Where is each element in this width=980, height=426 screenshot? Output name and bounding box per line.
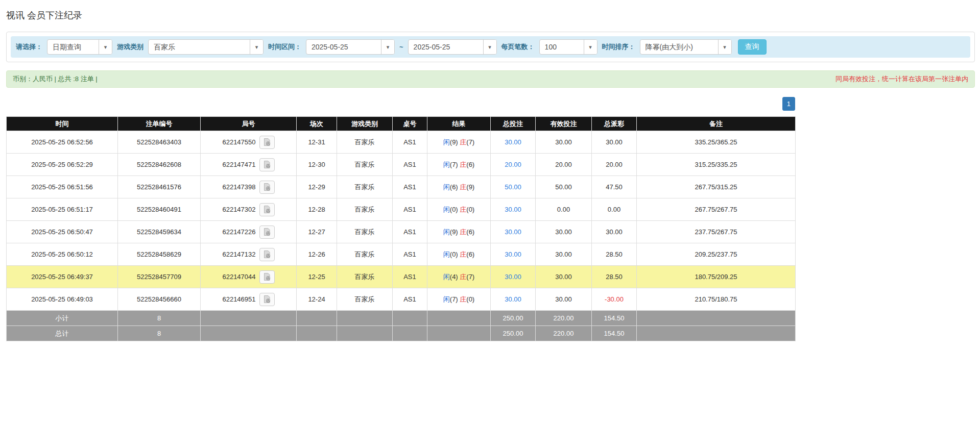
round-cell: 622147302 bbox=[201, 198, 297, 221]
round-cell: 622147550 bbox=[201, 131, 297, 154]
banker-result-label: 庄 bbox=[460, 273, 466, 281]
video-replay-button[interactable] bbox=[259, 225, 275, 239]
total-bet-link[interactable]: 30.00 bbox=[505, 295, 521, 303]
page-1-button[interactable]: 1 bbox=[782, 97, 795, 111]
query-type-select[interactable]: 日期查询 ▾ bbox=[47, 39, 112, 55]
result-cell: 闲(7) 庄(6) bbox=[427, 154, 491, 176]
player-result-score: (0) bbox=[450, 250, 458, 258]
time-cell: 2025-05-25 06:49:37 bbox=[7, 266, 118, 288]
summary-count-cell: 8 bbox=[118, 311, 201, 326]
game-type-select[interactable]: 百家乐 ▾ bbox=[148, 39, 264, 55]
summary-valid-bet-cell: 220.00 bbox=[536, 311, 592, 326]
remark-cell: 267.75/267.75 bbox=[637, 198, 796, 221]
game-type-cell: 百家乐 bbox=[337, 288, 393, 311]
total-row: 总计8250.00220.00154.50 bbox=[7, 326, 796, 341]
round-cell-inner: 622147132 bbox=[222, 248, 274, 261]
payout-cell: 30.00 bbox=[592, 131, 637, 154]
result-cell: 闲(4) 庄(7) bbox=[427, 266, 491, 288]
video-replay-button[interactable] bbox=[259, 158, 275, 171]
date-to-select[interactable]: 2025-05-25 ▾ bbox=[408, 39, 497, 55]
query-type-value: 日期查询 bbox=[47, 40, 99, 54]
total-bet-link[interactable]: 30.00 bbox=[505, 273, 521, 281]
player-result-label: 闲 bbox=[443, 138, 450, 146]
video-replay-button[interactable] bbox=[259, 248, 275, 261]
table-no-cell: AS1 bbox=[393, 176, 427, 198]
video-replay-button[interactable] bbox=[259, 181, 275, 194]
valid-bet-cell: 30.00 bbox=[536, 131, 592, 154]
result-cell: 闲(0) 庄(0) bbox=[427, 198, 491, 221]
game-type-cell: 百家乐 bbox=[337, 131, 393, 154]
total-bet-link[interactable]: 30.00 bbox=[505, 206, 521, 213]
table-no-cell: AS1 bbox=[393, 243, 427, 266]
result-cell: 闲(7) 庄(0) bbox=[427, 288, 491, 311]
banker-result-label: 庄 bbox=[460, 228, 466, 236]
summary-payout-cell: 154.50 bbox=[592, 326, 637, 341]
table-row: 2025-05-25 06:49:03522528456660622146951… bbox=[7, 288, 796, 311]
banker-result-score: (0) bbox=[466, 295, 474, 303]
summary-empty-cell bbox=[337, 311, 393, 326]
round-id: 622147398 bbox=[222, 183, 255, 191]
bet-id-cell: 522528461576 bbox=[118, 176, 201, 198]
filter-panel: 请选择： 日期查询 ▾ 游戏类别 百家乐 ▾ 时间区间： 2025-05-25 … bbox=[6, 32, 975, 62]
film-icon bbox=[262, 228, 271, 236]
video-replay-button[interactable] bbox=[259, 270, 275, 284]
time-cell: 2025-05-25 06:52:56 bbox=[7, 131, 118, 154]
round-id: 622147471 bbox=[222, 161, 255, 168]
banker-result-score: (0) bbox=[466, 206, 474, 213]
session-cell: 12-26 bbox=[297, 243, 337, 266]
total-bet-link[interactable]: 30.00 bbox=[505, 138, 521, 146]
subtotal-row: 小计8250.00220.00154.50 bbox=[7, 311, 796, 326]
valid-bet-cell: 20.00 bbox=[536, 154, 592, 176]
player-result-score: (9) bbox=[450, 138, 458, 146]
payout-cell: 0.00 bbox=[592, 198, 637, 221]
valid-bet-cell: 50.00 bbox=[536, 176, 592, 198]
query-type-label: 请选择： bbox=[16, 42, 42, 52]
payout-cell: 20.00 bbox=[592, 154, 637, 176]
time-sort-label: 时间排序： bbox=[602, 42, 635, 52]
round-cell: 622147226 bbox=[201, 221, 297, 243]
payout-cell: 47.50 bbox=[592, 176, 637, 198]
result-cell: 闲(9) 庄(6) bbox=[427, 221, 491, 243]
time-sort-select[interactable]: 降幂(由大到小) ▾ bbox=[640, 39, 732, 55]
video-replay-button[interactable] bbox=[259, 293, 275, 306]
round-cell-inner: 622147226 bbox=[222, 225, 274, 239]
film-icon bbox=[262, 272, 271, 281]
bet-id-cell: 522528460491 bbox=[118, 198, 201, 221]
banker-result-score: (6) bbox=[466, 250, 474, 258]
page-size-select[interactable]: 100 ▾ bbox=[539, 39, 597, 55]
summary-empty-cell bbox=[337, 326, 393, 341]
chevron-down-icon: ▾ bbox=[483, 40, 496, 54]
banker-result-score: (7) bbox=[466, 138, 474, 146]
payout-cell: -30.00 bbox=[592, 288, 637, 311]
total-bet-link[interactable]: 50.00 bbox=[505, 183, 521, 191]
bet-id-cell: 522528458629 bbox=[118, 243, 201, 266]
summary-payout-cell: 154.50 bbox=[592, 311, 637, 326]
round-cell-inner: 622147302 bbox=[222, 203, 274, 216]
player-result-score: (7) bbox=[450, 161, 458, 168]
column-header: 时间 bbox=[7, 117, 118, 131]
table-row: 2025-05-25 06:50:12522528458629622147132… bbox=[7, 243, 796, 266]
date-from-select[interactable]: 2025-05-25 ▾ bbox=[306, 39, 395, 55]
round-cell-inner: 622147398 bbox=[222, 181, 274, 194]
total-bet-link[interactable]: 30.00 bbox=[505, 228, 521, 236]
total-bet-link[interactable]: 20.00 bbox=[505, 161, 521, 168]
round-cell-inner: 622147550 bbox=[222, 136, 274, 149]
video-replay-button[interactable] bbox=[259, 203, 275, 216]
total-bet-link[interactable]: 30.00 bbox=[505, 250, 521, 258]
total-bet-cell: 30.00 bbox=[491, 198, 536, 221]
search-button[interactable]: 查询 bbox=[738, 39, 767, 55]
bet-id-cell: 522528459634 bbox=[118, 221, 201, 243]
video-replay-button[interactable] bbox=[259, 136, 275, 149]
payout-cell: 30.00 bbox=[592, 221, 637, 243]
page-size-value: 100 bbox=[540, 40, 584, 54]
remark-cell: 237.75/267.75 bbox=[637, 221, 796, 243]
payout-cell: 28.50 bbox=[592, 243, 637, 266]
time-cell: 2025-05-25 06:49:03 bbox=[7, 288, 118, 311]
table-no-cell: AS1 bbox=[393, 266, 427, 288]
banker-result-score: (6) bbox=[466, 161, 474, 168]
table-no-cell: AS1 bbox=[393, 198, 427, 221]
film-icon bbox=[262, 250, 271, 259]
player-result-score: (6) bbox=[450, 183, 458, 191]
session-cell: 12-30 bbox=[297, 154, 337, 176]
chevron-down-icon: ▾ bbox=[99, 40, 112, 54]
